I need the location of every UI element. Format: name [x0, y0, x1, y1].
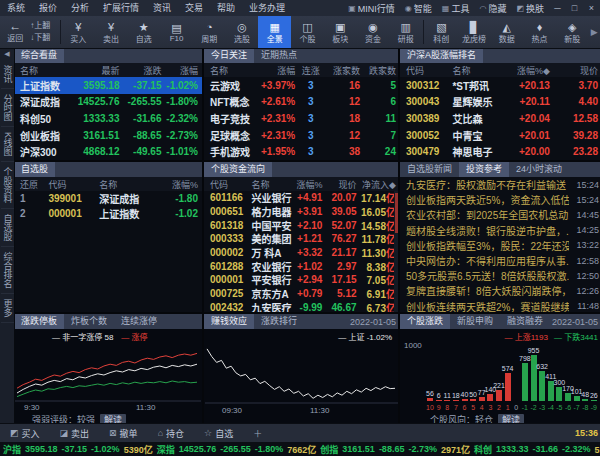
- table-row[interactable]: 上证指数3595.18-37.15-1.02%: [14, 77, 202, 94]
- tab-watchlist[interactable]: 自选股: [14, 162, 55, 177]
- news-tab-自选股新闻[interactable]: 自选股新闻: [400, 162, 459, 177]
- table-row[interactable]: 创业板指3161.51-88.65-2.73%: [14, 127, 202, 144]
- table-row[interactable]: 300043星辉娱乐+20.114.40: [400, 94, 600, 111]
- back-button[interactable]: ←返回: [0, 16, 30, 48]
- menu-item-系统[interactable]: 系统: [0, 0, 32, 16]
- news-item[interactable]: 创业板指两天跌近5%，资金流入低估...15:24: [400, 192, 600, 207]
- tab-moneyflow[interactable]: 个股资金流向: [204, 162, 272, 177]
- bottom-add-button[interactable]: ＋: [243, 427, 272, 440]
- limit-tab-炸板个数[interactable]: 炸板个数: [64, 314, 114, 329]
- limit-tab-涨跌停板[interactable]: 涨跌停板: [14, 314, 64, 329]
- dist-tab-融资融券[interactable]: 融资融券: [500, 314, 550, 329]
- hotspot-button[interactable]: ♦热点: [523, 16, 556, 48]
- news-item[interactable]: 九安医疗：股权激励不存在利益输送15:24: [400, 177, 600, 192]
- table-row[interactable]: 000002万 科A+3.3221.1711.30亿: [204, 246, 400, 260]
- table-row[interactable]: 电子竞技+2.31%31811: [204, 110, 400, 127]
- f10-button[interactable]: ▤F10: [160, 16, 193, 48]
- hot-tab-今日关注[interactable]: 今日关注: [204, 48, 254, 63]
- table-row[interactable]: 深证成指14525.76-265.55-1.80%: [14, 94, 202, 111]
- news-item[interactable]: 50多元股票6.5元送！8倍妖股股权激...12:50: [400, 268, 600, 283]
- table-row[interactable]: 云游戏+3.97%3165: [204, 77, 400, 94]
- menu-skin[interactable]: ◩换肤: [511, 2, 549, 15]
- watchlist-button[interactable]: ★自选: [127, 16, 160, 48]
- data-button[interactable]: ◭数据: [490, 16, 523, 48]
- new-stock-button[interactable]: ◈新股: [556, 16, 589, 48]
- news-tab-投资参考[interactable]: 投资参考: [459, 162, 509, 177]
- sidebar-item-资讯[interactable]: 资讯: [1, 60, 14, 89]
- bottom-watchlist-button[interactable]: ☆自选: [194, 427, 243, 440]
- bottom-buy-button[interactable]: ◩买入: [0, 427, 50, 440]
- menu-item-报价[interactable]: 报价: [32, 0, 64, 16]
- stock-picker-button[interactable]: ◎选股: [226, 16, 259, 48]
- table-row[interactable]: 2000001上证指数-1.02: [14, 206, 202, 221]
- menu-item-交易[interactable]: 交易: [178, 0, 210, 16]
- menu-item-扩展行情[interactable]: 扩展行情: [96, 0, 146, 16]
- table-row[interactable]: NFT概念+2.61%3126: [204, 94, 400, 111]
- bottom-cancel-order-button[interactable]: ⊠撤单: [99, 427, 148, 440]
- menu-smart[interactable]: ◉智能: [400, 2, 437, 15]
- maximize-button[interactable]: □: [566, 0, 583, 16]
- page-up-button[interactable]: ↑上翻: [30, 20, 59, 32]
- buy-button[interactable]: ¥买入: [62, 16, 95, 48]
- news-item[interactable]: 中央网信办：不得利用应用程序从事...12:58: [400, 253, 600, 268]
- sell-button[interactable]: ¥卖出: [95, 16, 128, 48]
- table-row[interactable]: 000651格力电器+3.9139.0516.05亿: [204, 205, 400, 219]
- menu-mini-quote[interactable]: ▣MINI行情: [343, 2, 400, 15]
- table-row[interactable]: 300052中青宝+20.0139.28: [400, 127, 600, 144]
- tab-overview[interactable]: 综合看盘: [14, 48, 64, 63]
- menu-item-资讯[interactable]: 资讯: [146, 0, 178, 16]
- dist-tab-个股涨跌[interactable]: 个股涨跌: [400, 314, 450, 329]
- trend-tab-涨跌排行[interactable]: 涨跌排行: [254, 314, 304, 329]
- table-row[interactable]: 1399001深证成指-1.80: [14, 191, 202, 206]
- collapse-sidebar-icon[interactable]: ◀: [4, 48, 9, 60]
- sidebar-item-自选股[interactable]: 自选股: [1, 209, 14, 247]
- table-row[interactable]: 手机游戏+1.95%33824: [204, 143, 400, 160]
- table-row[interactable]: 601166兴业银行+4.9120.0717.14亿: [204, 191, 400, 205]
- stock-button[interactable]: ◫个股: [291, 16, 324, 48]
- close-button[interactable]: ×: [583, 0, 600, 16]
- table-row[interactable]: 300389艾比森+20.0412.58: [400, 110, 600, 127]
- bottom-sell-button[interactable]: ◪卖出: [50, 427, 100, 440]
- toolbar-more-arrow[interactable]: ▶: [589, 16, 600, 48]
- limit-tab-连续涨停[interactable]: 连续涨停: [114, 314, 164, 329]
- sidebar-item-K线图[interactable]: K线图: [1, 127, 14, 162]
- table-row[interactable]: 沪深3004868.12-49.65-1.01%: [14, 143, 202, 160]
- trend-tab-赚钱效应[interactable]: 赚钱效应: [204, 314, 254, 329]
- news-item[interactable]: 创业板指跌幅至3%，股民：22年还没...13:22: [400, 238, 600, 253]
- table-row[interactable]: 300312*ST邦讯+20.133.70: [400, 77, 600, 94]
- sidebar-item-更多[interactable]: 更多: [1, 294, 14, 323]
- menu-item-业务办理[interactable]: 业务办理: [242, 0, 292, 16]
- dragon-tiger-button[interactable]: ▊龙虎榜: [458, 16, 491, 48]
- news-item[interactable]: 农业农村部：到2025年全国农机总动...14:45: [400, 207, 600, 222]
- research-button[interactable]: ▥研报: [389, 16, 422, 48]
- menu-item-帮助[interactable]: 帮助: [210, 0, 242, 16]
- news-tab-24小时滚动[interactable]: 24小时滚动: [509, 162, 569, 177]
- sidebar-item-综合排名[interactable]: 综合排名: [1, 247, 14, 294]
- sector-button[interactable]: ▣板块: [324, 16, 357, 48]
- bottom-positions-button[interactable]: ⌂持仓: [148, 427, 194, 440]
- funds-button[interactable]: ◉资金: [357, 16, 390, 48]
- menu-hide[interactable]: ◠隐藏: [474, 2, 511, 15]
- table-row[interactable]: 000725京东方A+0.795.126.91亿: [204, 287, 400, 301]
- table-row[interactable]: 300479神思电子+20.0023.28: [400, 143, 600, 160]
- table-row[interactable]: 000001平安银行+2.9417.157.05亿: [204, 273, 400, 287]
- hot-tab-近期热点[interactable]: 近期热点: [254, 48, 304, 63]
- star-market-button[interactable]: ▧科创: [425, 16, 458, 48]
- dist-tab-新股申购[interactable]: 新股申购: [450, 314, 500, 329]
- minimize-button[interactable]: ─: [549, 0, 566, 16]
- menu-item-分析[interactable]: 分析: [64, 0, 96, 16]
- news-item[interactable]: 题材股全线溃败！银行股逆市护盘，...14:25: [400, 223, 600, 238]
- table-row[interactable]: 科创501333.33-31.66-2.32%: [14, 110, 202, 127]
- table-row[interactable]: 601318中国平安+2.1052.0714.58亿: [204, 218, 400, 232]
- sidebar-item-个股资料[interactable]: 个股资料: [1, 162, 14, 209]
- table-row[interactable]: 足球概念+2.31%3127: [204, 127, 400, 144]
- table-row[interactable]: 601288农业银行+1.022.978.38亿: [204, 259, 400, 273]
- sidebar-item-分时图[interactable]: 分时图: [1, 89, 14, 127]
- tab-ranking[interactable]: 沪深A股涨幅排名: [400, 48, 483, 63]
- news-item[interactable]: 复牌直接腰斩！8倍大妖股闪崩跌停，...12:26: [400, 283, 600, 298]
- period-button[interactable]: ◔周期: [193, 16, 226, 48]
- menu-tools[interactable]: ▦工具: [437, 2, 475, 15]
- table-row[interactable]: 000333美的集团+1.2176.2711.78亿: [204, 232, 400, 246]
- page-down-button[interactable]: ↓下翻: [30, 32, 59, 44]
- panorama-button[interactable]: ▦全景: [258, 16, 291, 48]
